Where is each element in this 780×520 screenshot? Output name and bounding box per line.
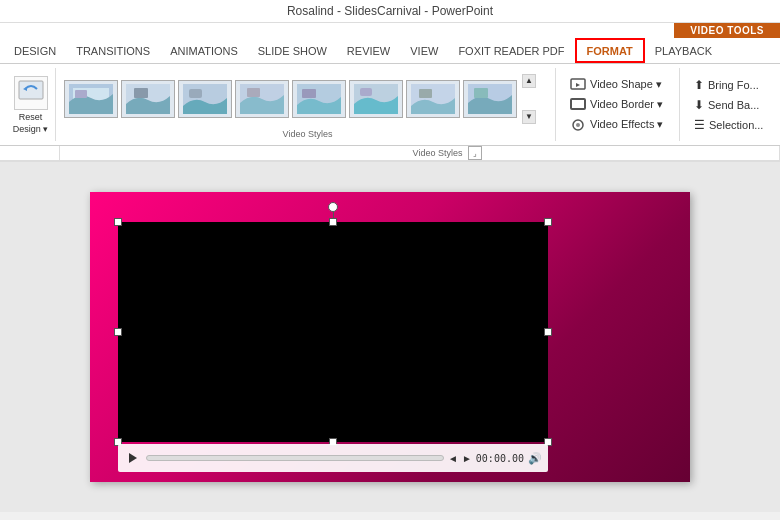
selection-pane-button[interactable]: ☰ Selection... — [692, 117, 766, 133]
reset-label: Reset — [19, 112, 43, 122]
video-effects-label: Video Effects ▾ — [590, 118, 663, 131]
thumbnail-7[interactable] — [406, 80, 460, 118]
video-shape-icon — [570, 78, 586, 92]
tab-animations[interactable]: ANIMATIONS — [160, 38, 248, 63]
bring-forward-button[interactable]: ⬆ Bring Fo... — [692, 77, 766, 93]
thumbnail-2[interactable] — [121, 80, 175, 118]
play-icon — [126, 451, 140, 465]
slide-area: ◄ ► 00:00.00 🔊 — [0, 162, 780, 512]
title-bar: Rosalind - SlidesCarnival - PowerPoint — [0, 0, 780, 23]
scroll-up-button[interactable]: ▲ — [522, 74, 536, 88]
reset-design-group: Reset Design ▾ — [6, 68, 56, 141]
tab-foxitpdf[interactable]: FOXIT READER PDF — [448, 38, 574, 63]
svg-rect-12 — [302, 89, 316, 98]
svg-rect-10 — [247, 88, 260, 97]
thumbnail-3[interactable] — [178, 80, 232, 118]
video-effects-icon — [570, 118, 586, 132]
play-button[interactable] — [124, 449, 142, 467]
reset-icon — [17, 79, 45, 107]
send-backward-label: Send Ba... — [708, 99, 759, 111]
rewind-button[interactable]: ◄ — [448, 453, 458, 464]
slide-canvas[interactable]: ◄ ► 00:00.00 🔊 — [90, 192, 690, 482]
svg-rect-16 — [419, 89, 432, 98]
thumbnail-6[interactable] — [349, 80, 403, 118]
thumbnail-8[interactable] — [463, 80, 517, 118]
video-border-button[interactable]: Video Border ▾ — [568, 97, 671, 113]
video-shape-button[interactable]: Video Shape ▾ — [568, 77, 671, 93]
thumbnail-4[interactable] — [235, 80, 289, 118]
tab-design[interactable]: DESIGN — [4, 38, 66, 63]
design-label[interactable]: Design ▾ — [13, 124, 49, 134]
svg-marker-23 — [129, 453, 137, 463]
video-controls-bar: ◄ ► 00:00.00 🔊 — [118, 444, 548, 472]
video-progress-bar[interactable] — [146, 455, 444, 461]
video-options-group: Video Shape ▾ Video Border ▾ Video Effec… — [560, 68, 680, 141]
selection-pane-icon: ☰ — [694, 118, 705, 132]
volume-button[interactable]: 🔊 — [528, 452, 542, 465]
video-styles-label: Video Styles — [64, 129, 551, 139]
thumbnail-5[interactable] — [292, 80, 346, 118]
app-title: Rosalind - SlidesCarnival - PowerPoint — [287, 4, 493, 18]
svg-rect-6 — [134, 88, 148, 98]
video-tools-bar: VIDEO TOOLS — [0, 23, 780, 38]
svg-rect-18 — [474, 88, 488, 98]
svg-rect-20 — [571, 99, 585, 109]
video-element[interactable] — [118, 222, 548, 442]
tab-review[interactable]: REVIEW — [337, 38, 400, 63]
svg-rect-14 — [360, 88, 372, 96]
video-effects-button[interactable]: Video Effects ▾ — [568, 117, 671, 133]
svg-point-22 — [576, 123, 580, 127]
send-backward-icon: ⬇ — [694, 98, 704, 112]
time-display: 00:00.00 — [476, 453, 524, 464]
thumbnail-strip-group: ▲ ▼ Video Styles — [60, 68, 556, 141]
send-backward-button[interactable]: ⬇ Send Ba... — [692, 97, 766, 113]
video-shape-label: Video Shape ▾ — [590, 78, 662, 91]
expand-video-styles-button[interactable]: ⌟ — [468, 146, 482, 160]
svg-rect-4 — [75, 90, 87, 98]
reset-button[interactable] — [14, 76, 48, 110]
rotation-line — [333, 206, 334, 218]
tab-format[interactable]: FORMAT — [575, 38, 645, 63]
thumbnail-scroll: ▲ ▼ — [522, 74, 536, 124]
tab-transitions[interactable]: TRANSITIONS — [66, 38, 160, 63]
ribbon-tabs: DESIGN TRANSITIONS ANIMATIONS SLIDE SHOW… — [0, 38, 780, 64]
bring-forward-icon: ⬆ — [694, 78, 704, 92]
svg-rect-8 — [189, 89, 202, 98]
ribbon-labels-row: Video Styles ⌟ — [0, 146, 780, 162]
tab-slideshow[interactable]: SLIDE SHOW — [248, 38, 337, 63]
video-border-icon — [570, 98, 586, 112]
rotation-handle[interactable] — [328, 202, 338, 212]
forward-button[interactable]: ► — [462, 453, 472, 464]
scroll-down-button[interactable]: ▼ — [522, 110, 536, 124]
thumbnail-strip: ▲ ▼ — [64, 70, 551, 127]
tab-view[interactable]: VIEW — [400, 38, 448, 63]
video-tools-label: VIDEO TOOLS — [674, 23, 780, 38]
arrange-group: ⬆ Bring Fo... ⬇ Send Ba... ☰ Selection..… — [684, 68, 774, 141]
svg-rect-0 — [19, 81, 43, 99]
selection-pane-label: Selection... — [709, 119, 763, 131]
ribbon-content: Reset Design ▾ — [0, 64, 780, 146]
tab-playback[interactable]: PLAYBACK — [645, 38, 722, 63]
video-border-label: Video Border ▾ — [590, 98, 663, 111]
video-styles-section-label: Video Styles ⌟ — [120, 146, 780, 160]
thumbnail-1[interactable] — [64, 80, 118, 118]
bring-forward-label: Bring Fo... — [708, 79, 759, 91]
